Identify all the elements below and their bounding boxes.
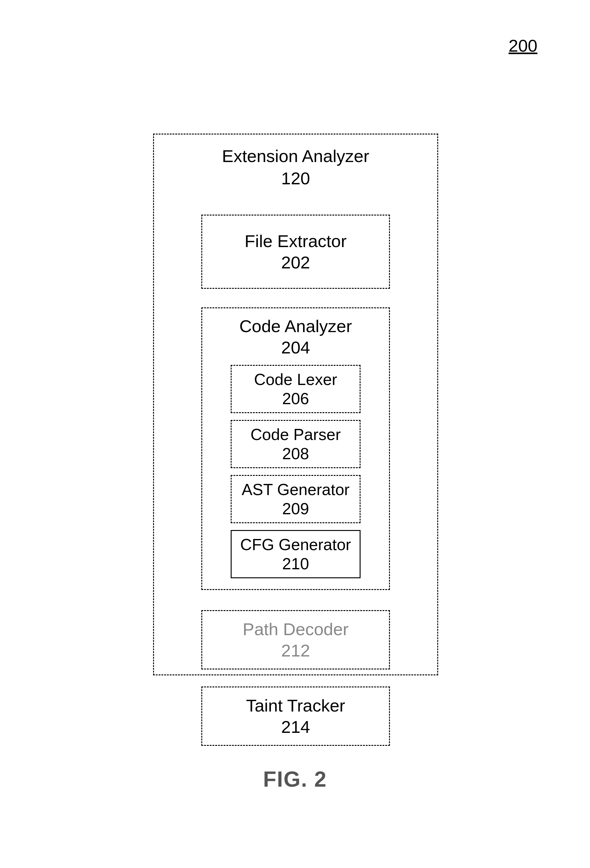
code-lexer-box: Code Lexer 206 [231, 365, 361, 413]
code-parser-num: 208 [234, 444, 357, 463]
cfg-generator-num: 210 [234, 554, 357, 573]
code-lexer-title: Code Lexer [234, 370, 357, 389]
file-extractor-num: 202 [205, 252, 386, 272]
page-number: 200 [509, 35, 537, 56]
file-extractor-title: File Extractor [205, 231, 386, 251]
path-decoder-num: 212 [205, 641, 386, 660]
code-parser-title: Code Parser [234, 425, 357, 444]
ast-generator-box: AST Generator 209 [231, 475, 361, 523]
taint-tracker-box: Taint Tracker 214 [201, 686, 390, 746]
code-parser-box: Code Parser 208 [231, 420, 361, 468]
code-analyzer-title: Code Analyzer [205, 316, 386, 336]
ast-generator-title: AST Generator [234, 480, 357, 499]
code-analyzer-num: 204 [205, 337, 386, 357]
code-analyzer-box: Code Analyzer 204 Code Lexer 206 Code Pa… [201, 307, 390, 590]
path-decoder-box: Path Decoder 212 [201, 610, 390, 669]
figure-caption: FIG. 2 [0, 767, 590, 792]
file-extractor-box: File Extractor 202 [201, 215, 390, 289]
extension-analyzer-box: Extension Analyzer 120 File Extractor 20… [153, 134, 438, 675]
extension-analyzer-num: 120 [154, 168, 437, 188]
taint-tracker-num: 214 [205, 717, 386, 737]
extension-analyzer-title: Extension Analyzer [154, 145, 437, 167]
ast-generator-num: 209 [234, 499, 357, 518]
cfg-generator-title: CFG Generator [234, 535, 357, 554]
taint-tracker-title: Taint Tracker [205, 695, 386, 716]
path-decoder-title: Path Decoder [205, 619, 386, 639]
cfg-generator-box: CFG Generator 210 [231, 530, 361, 578]
code-lexer-num: 206 [234, 389, 357, 408]
